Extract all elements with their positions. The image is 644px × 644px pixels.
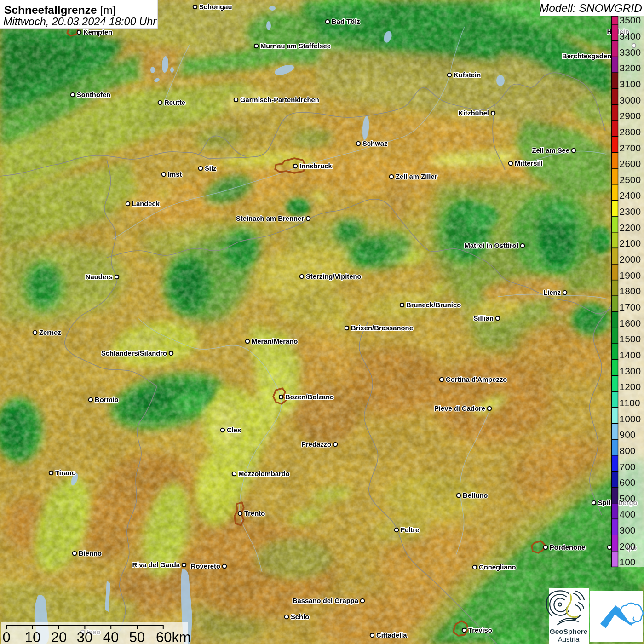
svg-text:1200: 1200 bbox=[620, 381, 641, 392]
svg-text:Meran/Merano: Meran/Merano bbox=[252, 338, 298, 345]
svg-text:50: 50 bbox=[129, 629, 145, 644]
svg-text:Zernez: Zernez bbox=[39, 329, 61, 336]
svg-text:1500: 1500 bbox=[620, 334, 641, 344]
svg-text:Sterzing/Vipiteno: Sterzing/Vipiteno bbox=[306, 273, 362, 280]
svg-text:2100: 2100 bbox=[620, 238, 641, 248]
svg-text:Mittersill: Mittersill bbox=[515, 160, 543, 167]
svg-text:300: 300 bbox=[620, 525, 636, 535]
svg-text:30: 30 bbox=[77, 629, 92, 644]
svg-text:Predazzo: Predazzo bbox=[301, 441, 331, 448]
svg-text:Berchtesgaden: Berchtesgaden bbox=[562, 52, 611, 60]
svg-text:3100: 3100 bbox=[620, 79, 641, 89]
svg-text:1600: 1600 bbox=[620, 318, 641, 328]
svg-text:Schlanders/Silandro: Schlanders/Silandro bbox=[101, 350, 167, 357]
svg-text:100: 100 bbox=[620, 557, 636, 567]
svg-text:Murnau am Staffelsee: Murnau am Staffelsee bbox=[260, 42, 331, 50]
svg-text:Cittadella: Cittadella bbox=[376, 632, 407, 639]
svg-text:3500: 3500 bbox=[620, 15, 641, 25]
svg-text:Kufstein: Kufstein bbox=[454, 71, 481, 79]
svg-text:2400: 2400 bbox=[620, 190, 641, 201]
svg-text:Treviso: Treviso bbox=[468, 627, 492, 634]
svg-text:Cortina d'Ampezzo: Cortina d'Ampezzo bbox=[446, 376, 507, 383]
svg-text:Feltre: Feltre bbox=[401, 526, 419, 534]
svg-text:800: 800 bbox=[620, 445, 636, 456]
svg-text:Austria: Austria bbox=[558, 635, 580, 643]
svg-text:2000: 2000 bbox=[620, 254, 641, 264]
svg-text:1100: 1100 bbox=[620, 397, 640, 408]
svg-text:Nauders: Nauders bbox=[86, 273, 113, 281]
svg-text:1300: 1300 bbox=[620, 366, 641, 376]
svg-text:0: 0 bbox=[2, 629, 10, 644]
svg-text:Bassano del Grappa: Bassano del Grappa bbox=[293, 597, 359, 604]
svg-text:Pordenone: Pordenone bbox=[550, 544, 585, 551]
svg-text:1000: 1000 bbox=[620, 414, 641, 424]
svg-text:10: 10 bbox=[25, 629, 40, 644]
svg-text:1800: 1800 bbox=[620, 286, 641, 296]
svg-text:2300: 2300 bbox=[620, 206, 641, 217]
svg-text:Mittwoch, 20.03.2024 18:00 Uhr: Mittwoch, 20.03.2024 18:00 Uhr bbox=[3, 16, 157, 28]
svg-text:2700: 2700 bbox=[620, 143, 641, 153]
svg-text:3300: 3300 bbox=[620, 47, 641, 58]
svg-text:Conegliano: Conegliano bbox=[479, 564, 516, 571]
svg-text:Schneefallgrenze [m]: Schneefallgrenze [m] bbox=[4, 4, 115, 16]
svg-text:Bruneck/Brunico: Bruneck/Brunico bbox=[406, 301, 461, 309]
svg-text:Steinach am Brenner: Steinach am Brenner bbox=[236, 215, 304, 222]
svg-text:600: 600 bbox=[620, 477, 636, 488]
svg-text:Garmisch-Partenkirchen: Garmisch-Partenkirchen bbox=[240, 96, 319, 104]
svg-text:Zell am See: Zell am See bbox=[532, 147, 569, 154]
svg-text:Rovereto: Rovereto bbox=[191, 563, 220, 570]
svg-text:Trento: Trento bbox=[244, 510, 265, 517]
svg-text:Silz: Silz bbox=[205, 165, 217, 172]
svg-text:2800: 2800 bbox=[620, 126, 641, 137]
svg-text:Schongau: Schongau bbox=[199, 3, 232, 11]
svg-text:Pieve di Cadore: Pieve di Cadore bbox=[434, 405, 485, 412]
svg-text:Bozen/Bolzano: Bozen/Bolzano bbox=[285, 393, 334, 401]
svg-text:Belluno: Belluno bbox=[463, 492, 488, 499]
svg-text:Brixen/Bressanone: Brixen/Bressanone bbox=[351, 324, 413, 332]
svg-text:Schwaz: Schwaz bbox=[362, 140, 387, 147]
svg-text:2200: 2200 bbox=[620, 222, 641, 233]
svg-text:3000: 3000 bbox=[620, 95, 641, 105]
svg-text:400: 400 bbox=[620, 509, 636, 519]
svg-text:2600: 2600 bbox=[620, 158, 641, 169]
svg-text:Kitzbühel: Kitzbühel bbox=[458, 109, 489, 117]
svg-text:Sonthofen: Sonthofen bbox=[77, 91, 110, 98]
svg-text:Mezzolombardo: Mezzolombardo bbox=[238, 470, 290, 477]
svg-text:Schio: Schio bbox=[291, 613, 309, 621]
svg-text:1700: 1700 bbox=[620, 302, 641, 312]
svg-text:Tirano: Tirano bbox=[55, 469, 76, 477]
svg-text:Kempten: Kempten bbox=[83, 29, 112, 36]
svg-text:Modell: SNOWGRID: Modell: SNOWGRID bbox=[540, 2, 642, 14]
svg-text:Zell am Ziller: Zell am Ziller bbox=[396, 173, 437, 180]
svg-text:Imst: Imst bbox=[168, 171, 182, 178]
svg-text:Reutte: Reutte bbox=[164, 99, 185, 106]
svg-text:Cles: Cles bbox=[227, 426, 241, 434]
svg-text:900: 900 bbox=[620, 429, 636, 440]
svg-text:2500: 2500 bbox=[620, 174, 641, 185]
svg-text:40: 40 bbox=[103, 629, 119, 644]
svg-text:Bienno: Bienno bbox=[79, 550, 102, 557]
svg-text:Sillian: Sillian bbox=[473, 315, 494, 322]
svg-text:3200: 3200 bbox=[620, 63, 641, 73]
svg-text:200: 200 bbox=[620, 541, 636, 552]
svg-text:Landeck: Landeck bbox=[132, 200, 160, 207]
svg-text:20: 20 bbox=[51, 629, 67, 644]
svg-text:2900: 2900 bbox=[620, 110, 641, 121]
svg-text:500: 500 bbox=[620, 493, 636, 504]
svg-text:Innsbruck: Innsbruck bbox=[299, 162, 332, 170]
svg-text:60km: 60km bbox=[156, 629, 191, 644]
svg-text:Riva del Garda: Riva del Garda bbox=[132, 561, 180, 569]
svg-text:700: 700 bbox=[620, 461, 636, 472]
svg-text:Lienz: Lienz bbox=[543, 289, 561, 296]
svg-text:GeoSphere: GeoSphere bbox=[550, 627, 588, 635]
svg-text:3400: 3400 bbox=[620, 31, 641, 41]
svg-text:Bormio: Bormio bbox=[95, 396, 119, 403]
svg-text:Bad Tölz: Bad Tölz bbox=[332, 18, 360, 25]
svg-text:Matrei in Osttirol: Matrei in Osttirol bbox=[464, 242, 518, 249]
svg-text:1400: 1400 bbox=[620, 350, 641, 360]
svg-text:1900: 1900 bbox=[620, 270, 641, 281]
